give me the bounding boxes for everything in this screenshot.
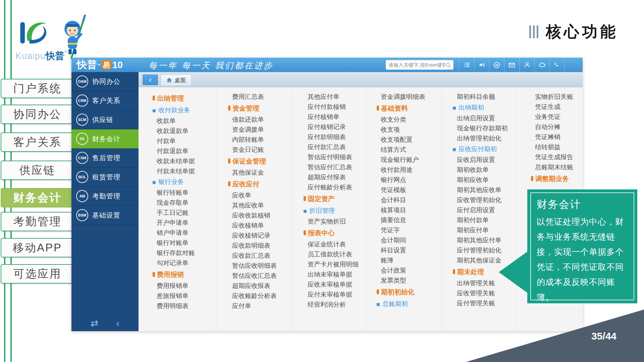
menu-item[interactable]: 应付管理关账 xyxy=(453,298,516,308)
nav-module-item[interactable]: FA 财务会计 xyxy=(71,129,139,148)
menu-item[interactable]: 收款未结单据 xyxy=(153,156,216,166)
menu-item[interactable]: 应收单 xyxy=(228,190,291,200)
menu-item[interactable]: 差旅报销单 xyxy=(153,291,216,301)
menu-section-header[interactable]: 费用报销 xyxy=(153,268,216,281)
menu-item[interactable]: 收款单 xyxy=(153,116,216,126)
menu-item[interactable]: 期初其他应付单 xyxy=(453,235,516,245)
menu-item[interactable]: 收支分类 xyxy=(377,115,442,125)
menu-item[interactable]: 期初收款单 xyxy=(453,165,516,175)
speaker-icon[interactable] xyxy=(474,58,489,72)
menu-item[interactable]: 保证金统计表 xyxy=(304,239,366,249)
menu-section-header[interactable]: 资金管理 xyxy=(228,102,291,115)
nav-module-item[interactable]: BOL 租赁管理 xyxy=(71,168,139,187)
list-icon[interactable] xyxy=(459,58,474,72)
menu-item[interactable]: 总账期末结账 xyxy=(531,162,583,172)
menu-item[interactable]: 凭证生成报告 xyxy=(531,152,583,162)
menu-item[interactable]: 应付款汇总表 xyxy=(304,142,366,152)
search-icon[interactable] xyxy=(445,62,451,68)
menu-section-header[interactable]: 固定资产 xyxy=(304,192,366,205)
menu-item[interactable]: 其他应收单 xyxy=(228,200,291,210)
menu-item[interactable]: 费用汇总表 xyxy=(228,92,291,102)
menu-item[interactable]: 收支项配置 xyxy=(377,135,442,145)
menu-item[interactable]: 资金日记账 xyxy=(228,145,291,155)
menu-item[interactable]: 员工借款统计表 xyxy=(304,249,366,259)
menu-item[interactable]: 应收启用设置 xyxy=(453,155,516,165)
back-button[interactable]: ‹ xyxy=(143,74,158,85)
cloud-icon[interactable] xyxy=(534,58,549,72)
menu-subsection-header[interactable]: 银行业务 xyxy=(153,176,216,188)
menu-item[interactable]: 应付核销记录 xyxy=(304,122,366,132)
menu-item[interactable]: 应付款明细表 xyxy=(304,132,366,142)
menu-item[interactable]: 银行对账单 xyxy=(153,238,216,248)
menu-item[interactable]: 资金调拨单 xyxy=(228,125,291,135)
menu-item[interactable]: 收付款用途 xyxy=(377,165,442,175)
menu-item[interactable]: 凭证生成 xyxy=(531,102,583,112)
sidebar-module-button[interactable]: 门户系统 xyxy=(1,79,74,98)
menu-item[interactable]: 出纳启用设置 xyxy=(453,113,516,123)
menu-item[interactable]: 收支项 xyxy=(377,125,442,135)
menu-item[interactable]: 资产实物折旧 xyxy=(304,217,366,227)
menu-item[interactable]: 暂估应收汇总表 xyxy=(228,271,291,281)
menu-item[interactable]: 付款未结单据 xyxy=(153,166,216,176)
menu-item[interactable]: 会计政策 xyxy=(377,265,442,276)
menu-item[interactable]: 实物折旧关账 xyxy=(531,92,583,102)
menu-item[interactable]: 费用报销单 xyxy=(153,281,216,291)
sidebar-module-button[interactable]: 客户关系 xyxy=(1,132,74,152)
tab-desktop[interactable]: 桌面 xyxy=(161,74,192,85)
menu-section-header[interactable]: 报表中心 xyxy=(304,227,366,239)
menu-item[interactable]: 费用明细表 xyxy=(153,301,216,311)
menu-item[interactable]: 资产卡片被用明细 xyxy=(304,259,366,269)
menu-item[interactable]: 勾对记录单 xyxy=(153,258,216,268)
menu-item[interactable]: 暂估应付汇总表 xyxy=(304,162,366,172)
menu-item[interactable]: 会计期间 xyxy=(377,235,442,245)
menu-item[interactable]: 付款退款单 xyxy=(153,146,216,156)
sidebar-module-button[interactable]: 供应链 xyxy=(1,161,74,180)
nav-module-item[interactable]: BSM 基础设置 xyxy=(71,206,139,225)
contact-icon[interactable] xyxy=(519,58,534,72)
menu-section-header[interactable]: 期初初始化 xyxy=(377,286,442,298)
search-input[interactable] xyxy=(388,60,445,69)
menu-item[interactable]: 手工日记账 xyxy=(153,208,216,218)
swap-arrows-icon[interactable]: ⇄ xyxy=(91,318,98,328)
menu-item[interactable]: 结算方式 xyxy=(377,145,442,155)
menu-section-header[interactable]: 应收应付 xyxy=(228,178,291,190)
menu-item[interactable]: 发票类型 xyxy=(377,276,442,286)
menu-item[interactable]: 会计科目 xyxy=(377,195,442,205)
menu-item[interactable]: 其他应付单 xyxy=(304,92,366,102)
menu-item[interactable]: 内部转账单 xyxy=(228,135,291,145)
menu-item[interactable]: 银行转账单 xyxy=(153,188,216,198)
menu-item[interactable]: 开户申请单 xyxy=(153,218,216,228)
sidebar-module-button[interactable]: 财务会计 xyxy=(1,188,74,207)
menu-item[interactable]: 现金银行账户 xyxy=(377,155,442,165)
menu-item[interactable]: 结转损益 xyxy=(531,142,583,152)
phone-icon[interactable] xyxy=(549,58,565,72)
menu-subsection-header[interactable]: 应收应付期初 xyxy=(453,143,516,155)
menu-item[interactable]: 期初应收单 xyxy=(453,175,516,185)
menu-section-header[interactable]: 基础资料 xyxy=(377,102,442,115)
nav-module-item[interactable]: CSM 售后管理 xyxy=(71,148,139,168)
menu-subsection-header[interactable]: 总账期初 xyxy=(377,298,442,310)
menu-item[interactable]: 自动分摊 xyxy=(531,122,583,132)
menu-item[interactable]: 期初其他应收单 xyxy=(453,185,516,195)
menu-subsection-header[interactable]: 收付款业务 xyxy=(153,105,216,116)
menu-item[interactable]: 银行网点 xyxy=(377,175,442,185)
menu-item[interactable]: 凭证摊销 xyxy=(531,132,583,142)
nav-module-item[interactable]: SCM 供应链 xyxy=(71,110,139,129)
menu-item[interactable]: 其他保证金 xyxy=(228,168,291,178)
menu-item[interactable]: 现金存取单 xyxy=(153,198,216,208)
menu-item[interactable]: 核算项目 xyxy=(377,205,442,215)
menu-section-header[interactable]: 保证金管理 xyxy=(228,155,291,168)
menu-item[interactable]: 科目设置 xyxy=(377,245,442,255)
nav-module-item[interactable]: AM 考勤管理 xyxy=(71,187,139,206)
sidebar-module-button[interactable]: 移动APP xyxy=(1,238,74,257)
menu-item[interactable]: 银行存款对账 xyxy=(153,248,216,258)
menu-item[interactable]: 凭证字 xyxy=(377,225,442,235)
menu-item[interactable]: 付款单 xyxy=(153,136,216,146)
menu-item[interactable]: 应收款明细表 xyxy=(228,241,291,251)
menu-subsection-header[interactable]: 折旧管理 xyxy=(304,205,366,217)
menu-item[interactable]: 应付付款核销 xyxy=(304,102,366,112)
menu-item[interactable]: 暂估应收明细表 xyxy=(228,261,291,271)
menu-item[interactable]: 业务凭证 xyxy=(531,112,583,122)
menu-item[interactable]: 应付账龄分析表 xyxy=(304,182,366,192)
menu-item[interactable]: 资金调拨明细表 xyxy=(377,92,442,102)
